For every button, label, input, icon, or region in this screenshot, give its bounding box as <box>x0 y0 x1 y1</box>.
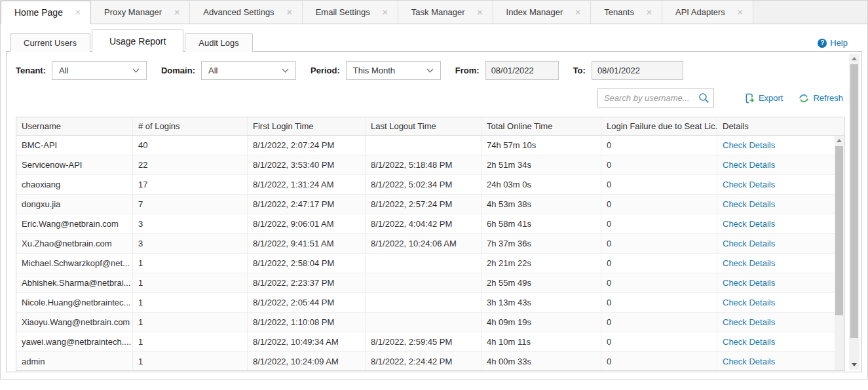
window-tab-task-manager[interactable]: Task Manager✕ <box>398 1 493 24</box>
help-link[interactable]: ? Help <box>818 38 848 48</box>
column-header-username: Username <box>16 117 133 135</box>
cell-failures: 0 <box>601 254 717 273</box>
cell-logins: 1 <box>133 352 248 371</box>
cell-first-login: 8/1/2022, 2:47:17 PM <box>248 195 366 214</box>
window-tab-advanced-settings[interactable]: Advanced Settings✕ <box>190 1 302 24</box>
table-row: Xu.Zhao@netbrain.com38/1/2022, 9:41:51 A… <box>16 234 835 254</box>
table-row: Eric.Wang@netbrain.com38/1/2022, 9:06:01… <box>16 214 835 234</box>
check-details-link[interactable]: Check Details <box>723 180 775 189</box>
cell-last-logout: 8/1/2022, 10:24:06 AM <box>366 234 481 253</box>
close-icon[interactable]: ✕ <box>286 9 293 16</box>
cell-last-logout <box>366 254 481 273</box>
search-input[interactable] <box>597 88 714 107</box>
cell-last-logout: 8/1/2022, 4:04:42 PM <box>366 214 481 233</box>
cell-logins: 1 <box>133 273 248 292</box>
check-details-link[interactable]: Check Details <box>723 278 775 288</box>
cell-last-logout <box>366 136 481 155</box>
filter-row: Tenant: All Domain: All Period: This Mon… <box>16 60 861 80</box>
window-tab-proxy-manager[interactable]: Proxy Manager✕ <box>91 1 190 24</box>
cell-last-logout: 8/1/2022, 5:02:34 PM <box>366 175 481 194</box>
tenant-select[interactable]: All <box>52 61 147 80</box>
check-details-link[interactable]: Check Details <box>723 140 775 150</box>
cell-logins: 3 <box>133 234 248 253</box>
cell-online-time: 74h 57m 10s <box>481 136 601 155</box>
column-header-last-logout-time: Last Logout Time <box>366 117 481 135</box>
period-select[interactable]: This Month <box>346 61 441 80</box>
check-details-link[interactable]: Check Details <box>723 298 775 307</box>
window-tab-api-adapters[interactable]: API Adapters✕ <box>662 1 753 24</box>
cell-first-login: 8/1/2022, 10:49:34 AM <box>248 332 366 351</box>
help-label: Help <box>830 38 848 48</box>
tab-label: API Adapters <box>675 7 725 17</box>
cell-online-time: 7h 37m 36s <box>481 234 601 253</box>
tab-label: Email Settings <box>316 7 370 17</box>
subtab-audit-logs[interactable]: Audit Logs <box>185 33 252 52</box>
domain-select[interactable]: All <box>201 61 296 80</box>
table-row: yawei.wang@netbraintech....18/1/2022, 10… <box>16 332 835 352</box>
cell-details: Check Details <box>717 214 835 233</box>
window-tab-index-manager[interactable]: Index Manager✕ <box>493 1 592 24</box>
check-details-link[interactable]: Check Details <box>723 337 775 347</box>
to-label: To: <box>573 66 586 75</box>
close-icon[interactable]: ✕ <box>575 9 581 16</box>
cell-logins: 1 <box>133 313 248 332</box>
cell-online-time: 2h 21m 22s <box>481 254 601 273</box>
subtab-usage-report[interactable]: Usage Report <box>92 29 183 52</box>
close-icon[interactable]: ✕ <box>382 9 388 16</box>
table-scrollbar[interactable] <box>835 136 844 370</box>
close-icon[interactable]: ✕ <box>737 9 744 16</box>
cell-logins: 40 <box>133 136 248 155</box>
cell-details: Check Details <box>717 273 835 292</box>
refresh-button[interactable]: Refresh <box>799 93 843 104</box>
cell-first-login: 8/1/2022, 2:58:04 PM <box>248 254 366 273</box>
close-icon[interactable]: ✕ <box>646 9 652 16</box>
cell-username: Abhishek.Sharma@netbrai... <box>16 273 133 292</box>
close-icon[interactable]: ✕ <box>75 9 81 16</box>
cell-online-time: 4h 53m 38s <box>481 195 601 214</box>
cell-logins: 22 <box>133 155 248 174</box>
tab-label: Advanced Settings <box>203 7 274 17</box>
cell-logins: 7 <box>133 195 248 214</box>
export-label: Export <box>759 93 783 103</box>
window-tab-home-page[interactable]: Home Page✕ <box>1 1 91 24</box>
table-row: Nicole.Huang@netbraintec...18/1/2022, 2:… <box>16 293 835 313</box>
panel-scrollbar[interactable] <box>849 54 859 370</box>
check-details-link[interactable]: Check Details <box>723 239 775 248</box>
cell-username: Michael.Schwarzkopf@net... <box>16 254 133 273</box>
scroll-up-arrow-icon[interactable] <box>837 139 842 142</box>
to-date-field[interactable] <box>592 61 683 80</box>
cell-logins: 17 <box>133 175 248 194</box>
table-scrollbar-thumb[interactable] <box>835 146 843 315</box>
from-date-field[interactable] <box>485 61 559 80</box>
column-header-total-online-time: Total Online Time <box>481 117 601 135</box>
cell-username: BMC-API <box>16 136 133 155</box>
magnifier-icon[interactable] <box>698 92 709 104</box>
close-icon[interactable]: ✕ <box>477 9 483 16</box>
cell-last-logout: 8/1/2022, 2:57:24 PM <box>366 195 481 214</box>
subtab-current-users[interactable]: Current Users <box>10 33 90 52</box>
window-tab-tenants[interactable]: Tenants✕ <box>591 1 662 24</box>
table-row: BMC-API408/1/2022, 2:07:24 PM74h 57m 10s… <box>16 136 835 155</box>
cell-online-time: 4h 00m 33s <box>481 352 601 371</box>
check-details-link[interactable]: Check Details <box>723 199 775 209</box>
cell-last-logout: 8/1/2022, 2:59:45 PM <box>366 332 481 351</box>
check-details-link[interactable]: Check Details <box>723 357 775 366</box>
scroll-up-arrow-icon[interactable] <box>852 57 857 60</box>
refresh-arrows-icon <box>799 93 809 104</box>
scroll-down-arrow-icon[interactable] <box>852 363 857 366</box>
column-header-login-failure-due-to-seat-lic: Login Failure due to Seat Lic... <box>601 117 717 135</box>
panel-scrollbar-thumb[interactable] <box>850 64 858 338</box>
export-document-icon <box>744 93 755 104</box>
cell-first-login: 8/1/2022, 2:05:44 PM <box>248 293 366 312</box>
period-select-value: This Month <box>353 66 395 75</box>
admin-window: Home Page✕Proxy Manager✕Advanced Setting… <box>0 0 868 380</box>
close-icon[interactable]: ✕ <box>174 9 180 16</box>
export-button[interactable]: Export <box>744 93 783 104</box>
check-details-link[interactable]: Check Details <box>723 219 775 229</box>
check-details-link[interactable]: Check Details <box>723 317 775 327</box>
window-tab-email-settings[interactable]: Email Settings✕ <box>303 1 398 24</box>
check-details-link[interactable]: Check Details <box>723 160 775 170</box>
cell-username: yawei.wang@netbraintech.... <box>16 332 133 351</box>
cell-last-logout: 8/1/2022, 5:18:48 PM <box>366 155 481 174</box>
check-details-link[interactable]: Check Details <box>723 258 775 268</box>
